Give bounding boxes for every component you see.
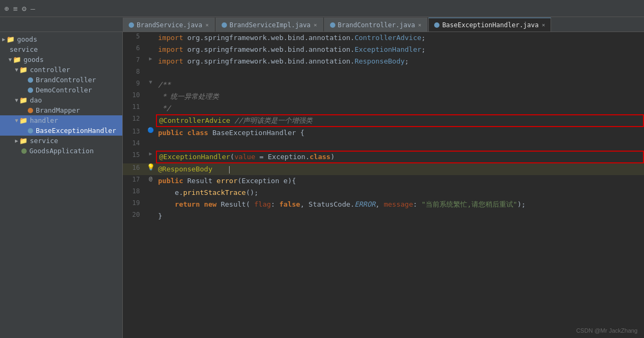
line-num-17: 17 <box>123 175 145 183</box>
tab-label-brand-service: BrandService.java <box>137 21 202 29</box>
code-line-11: 11 */ <box>123 103 644 114</box>
line-num-16: 16 <box>123 163 145 171</box>
line-content-16: @ResponseBody <box>156 163 644 175</box>
code-line-15: 15 ▶ @ExceptionHandler(value = Exception… <box>123 151 644 163</box>
tab-brand-controller[interactable]: BrandController.java ✕ <box>324 18 428 32</box>
gutter-15[interactable]: ▶ <box>145 151 156 156</box>
line-num-19: 19 <box>123 199 145 207</box>
dot-base-exception-handler <box>28 128 33 133</box>
sidebar-item-service-text[interactable]: service <box>0 44 122 54</box>
tab-close-base-exception-handler[interactable]: ✕ <box>542 22 545 28</box>
toolbar-icon-settings[interactable]: ⚙ <box>22 4 26 13</box>
code-line-5: 5 import org.springframework.web.bind.an… <box>123 32 644 44</box>
lightbulb-icon-16[interactable]: 💡 <box>147 163 155 171</box>
sidebar-label-brand-controller: BrandController <box>36 76 96 84</box>
line-content-9: /** <box>156 79 644 91</box>
code-line-8: 8 <box>123 67 644 79</box>
tab-icon-brand-service <box>129 22 134 28</box>
gutter-7[interactable]: ▶ <box>145 56 156 61</box>
line-content-5: import org.springframework.web.bind.anno… <box>156 32 644 44</box>
sidebar-item-service-folder[interactable]: ▶ 📁 service <box>0 136 122 146</box>
toolbar-icon-menu[interactable]: ≡ <box>13 4 17 13</box>
dot-brand-mapper <box>28 108 33 113</box>
sidebar-item-controller-folder[interactable]: ▼ 📁 controller <box>0 65 122 75</box>
line-num-14: 14 <box>123 139 145 147</box>
tab-label-brand-service-impl: BrandServiceImpl.java <box>230 21 311 29</box>
sidebar-item-goods-application[interactable]: GoodsApplication <box>0 146 122 156</box>
tab-close-brand-service[interactable]: ✕ <box>206 22 209 28</box>
line-num-5: 5 <box>123 32 145 40</box>
line-content-17: public Result error(Exception e){ <box>156 175 644 187</box>
line-content-14 <box>156 139 644 151</box>
tab-close-brand-controller[interactable]: ✕ <box>418 22 421 28</box>
code-line-7: 7 ▶ import org.springframework.web.bind.… <box>123 56 644 67</box>
sidebar-item-dao-folder[interactable]: ▼ 📁 dao <box>0 95 122 105</box>
sidebar-item-brand-controller[interactable]: BrandController <box>0 75 122 85</box>
line-num-13: 13 <box>123 127 145 135</box>
tab-brand-service[interactable]: BrandService.java ✕ <box>123 18 215 32</box>
gutter-16: 💡 <box>145 163 156 171</box>
code-editor[interactable]: 5 import org.springframework.web.bind.an… <box>123 32 644 338</box>
tab-icon-brand-controller <box>330 22 335 28</box>
line-num-10: 10 <box>123 91 145 99</box>
arrow-handler: ▼ <box>15 117 18 123</box>
sidebar-item-handler-folder[interactable]: ▼ 📁 handler <box>0 115 122 125</box>
code-line-13: 13 🔵 public class BaseExceptionHandler { <box>123 127 644 139</box>
sidebar-item-demo-controller[interactable]: DemoController <box>0 85 122 95</box>
code-line-20: 20 } <box>123 210 644 222</box>
arrow-controller: ▼ <box>15 67 18 73</box>
sidebar: ▶ 📁 goods service ▼ 📁 goods ▼ 📁 controll… <box>0 32 123 338</box>
folder-icon-controller: 📁 <box>19 66 28 74</box>
dot-goods-application <box>21 148 27 154</box>
tab-icon-base-exception-handler <box>434 22 439 28</box>
line-content-10: * 统一异常处理类 <box>156 91 644 103</box>
sidebar-item-goods-folder[interactable]: ▼ 📁 goods <box>0 54 122 65</box>
toolbar-icon-compass[interactable]: ⊕ <box>4 4 9 13</box>
tab-base-exception-handler[interactable]: BaseExceptionHandler.java ✕ <box>428 18 551 32</box>
sidebar-label-base-exception-handler: BaseExceptionHandler <box>36 127 116 135</box>
arrow-goods-root: ▶ <box>2 36 5 42</box>
code-line-10: 10 * 统一异常处理类 <box>123 91 644 103</box>
toolbar-icon-minimize[interactable]: – <box>30 4 35 13</box>
sidebar-item-base-exception-handler[interactable]: BaseExceptionHandler <box>0 125 122 136</box>
tab-bar: BrandService.java ✕ BrandServiceImpl.jav… <box>0 17 644 32</box>
gutter-13: 🔵 <box>145 127 156 133</box>
line-num-6: 6 <box>123 44 145 52</box>
sidebar-label-goods-application: GoodsApplication <box>29 147 93 155</box>
line-content-19: return new Result( flag: false, StatusCo… <box>156 199 644 210</box>
line-num-12: 12 <box>123 114 145 122</box>
line-num-15: 15 <box>123 151 145 159</box>
code-line-17: 17 @ public Result error(Exception e){ <box>123 175 644 187</box>
folder-icon-goods: 📁 <box>13 56 21 64</box>
line-content-18: e.printStackTrace(); <box>156 187 644 199</box>
dot-brand-controller <box>28 77 33 83</box>
sidebar-item-brand-mapper[interactable]: BrandMapper <box>0 105 122 115</box>
line-content-15: @ExceptionHandler(value = Exception.clas… <box>156 151 644 163</box>
tab-close-brand-service-impl[interactable]: ✕ <box>314 22 317 28</box>
arrow-goods-folder: ▼ <box>9 57 12 62</box>
line-num-9: 9 <box>123 79 145 87</box>
sidebar-label-goods-folder: goods <box>23 56 44 64</box>
code-line-12: 12 @ControllerAdvice //声明该类是一个增强类 <box>123 114 644 127</box>
tab-icon-brand-service-impl <box>222 22 227 28</box>
folder-icon-handler: 📁 <box>19 116 28 124</box>
line-num-20: 20 <box>123 210 145 218</box>
code-line-14: 14 <box>123 139 644 151</box>
folder-icon-dao: 📁 <box>19 96 28 104</box>
sidebar-label-handler: handler <box>30 116 58 124</box>
tab-brand-service-impl[interactable]: BrandServiceImpl.java ✕ <box>216 18 323 32</box>
dot-demo-controller <box>28 88 33 93</box>
main-area: ▶ 📁 goods service ▼ 📁 goods ▼ 📁 controll… <box>0 32 644 338</box>
folder-icon-goods-root: 📁 <box>6 35 15 43</box>
sidebar-label-service: service <box>10 45 38 53</box>
sidebar-item-goods-root[interactable]: ▶ 📁 goods <box>0 34 122 44</box>
sidebar-label-dao: dao <box>30 96 42 104</box>
code-line-18: 18 e.printStackTrace(); <box>123 187 644 199</box>
gutter-9[interactable]: ▼ <box>145 79 156 85</box>
line-content-11: */ <box>156 103 644 114</box>
line-num-7: 7 <box>123 56 145 64</box>
line-num-18: 18 <box>123 187 145 195</box>
arrow-dao: ▼ <box>15 97 18 103</box>
line-content-6: import org.springframework.web.bind.anno… <box>156 44 644 56</box>
line-content-13: public class BaseExceptionHandler { <box>156 127 644 139</box>
